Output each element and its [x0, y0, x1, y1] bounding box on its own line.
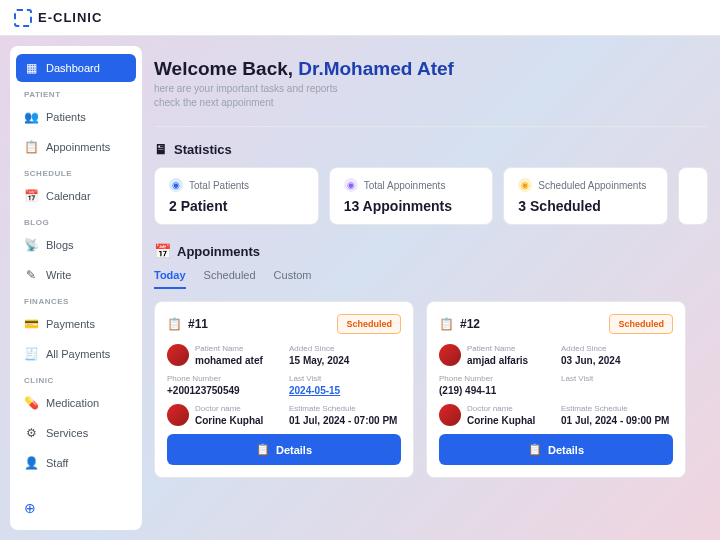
- pencil-icon: ✎: [24, 268, 38, 282]
- stat-scheduled-appointments: ◉Scheduled Appoinments 3 Scheduled: [503, 167, 668, 225]
- appointment-tabs: Today Scheduled Custom: [154, 269, 708, 289]
- topbar: E-CLINIC: [0, 0, 720, 36]
- stat-total-appointments: ◉Total Appoinments 13 Appoinments: [329, 167, 494, 225]
- welcome-title: Welcome Back, Dr.Mohamed Atef: [154, 58, 708, 80]
- users-icon: 👥: [24, 110, 38, 124]
- logo-icon: [14, 9, 32, 27]
- brand-logo: E-CLINIC: [14, 9, 102, 27]
- grid-icon: ▦: [24, 61, 38, 75]
- stat-medication: [678, 167, 708, 225]
- gear-icon: ⚙: [24, 426, 38, 440]
- welcome-subtitle: here are your important tasks and report…: [154, 82, 708, 110]
- last-visit-link[interactable]: 2024-05-15: [289, 385, 401, 396]
- statistics-header: 🖥 Statistics: [154, 141, 708, 157]
- clipboard-icon: 📋: [24, 140, 38, 154]
- appointments-header: 📅 Appoinments: [154, 243, 708, 259]
- tab-today[interactable]: Today: [154, 269, 186, 289]
- calendar-icon: 📅: [154, 243, 171, 259]
- tab-scheduled[interactable]: Scheduled: [204, 269, 256, 289]
- appointments-list: 📋#11 Scheduled Patient Namemohamed atef …: [154, 301, 708, 478]
- dot-icon: ◉: [518, 178, 532, 192]
- clipboard-icon: 📋: [256, 443, 270, 456]
- sidebar-section-finances: FINANCES: [16, 291, 136, 308]
- team-icon: 👤: [24, 456, 38, 470]
- stat-total-patients: ◉Total Patients 2 Patient: [154, 167, 319, 225]
- collapse-sidebar-button[interactable]: ⊕: [16, 494, 136, 522]
- details-button[interactable]: 📋Details: [439, 434, 673, 465]
- sidebar-item-dashboard[interactable]: ▦ Dashboard: [16, 54, 136, 82]
- pill-icon: 💊: [24, 396, 38, 410]
- clipboard-icon: 📋: [528, 443, 542, 456]
- tab-custom[interactable]: Custom: [274, 269, 312, 289]
- doctor-avatar: [439, 404, 461, 426]
- sidebar-item-calendar[interactable]: 📅 Calendar: [16, 182, 136, 210]
- sidebar-item-all-payments[interactable]: 🧾 All Payments: [16, 340, 136, 368]
- status-badge: Scheduled: [609, 314, 673, 334]
- stats-icon: 🖥: [154, 141, 168, 157]
- appointment-id: 📋#11: [167, 317, 208, 331]
- arrow-left-icon: ⊕: [24, 500, 36, 516]
- divider: [154, 126, 708, 127]
- sidebar-item-payments[interactable]: 💳 Payments: [16, 310, 136, 338]
- appointment-card: 📋#12 Scheduled Patient Nameamjad alfaris…: [426, 301, 686, 478]
- sidebar-section-schedule: SCHEDULE: [16, 163, 136, 180]
- pill-icon: [691, 192, 696, 201]
- doctor-avatar: [167, 404, 189, 426]
- sidebar-item-services[interactable]: ⚙ Services: [16, 419, 136, 447]
- sidebar-item-appointments[interactable]: 📋 Appoinments: [16, 133, 136, 161]
- appointment-id: 📋#12: [439, 317, 480, 331]
- sidebar-section-clinic: CLINIC: [16, 370, 136, 387]
- sidebar-item-medication[interactable]: 💊 Medication: [16, 389, 136, 417]
- sidebar-item-write[interactable]: ✎ Write: [16, 261, 136, 289]
- rss-icon: 📡: [24, 238, 38, 252]
- sidebar-item-patients[interactable]: 👥 Patients: [16, 103, 136, 131]
- sidebar: ▦ Dashboard PATIENT 👥 Patients 📋 Appoinm…: [10, 46, 142, 530]
- sidebar-item-blogs[interactable]: 📡 Blogs: [16, 231, 136, 259]
- appointment-card: 📋#11 Scheduled Patient Namemohamed atef …: [154, 301, 414, 478]
- wallet-icon: 💳: [24, 317, 38, 331]
- sidebar-section-patient: PATIENT: [16, 84, 136, 101]
- receipt-icon: 🧾: [24, 347, 38, 361]
- dot-icon: ◉: [344, 178, 358, 192]
- patient-avatar: [439, 344, 461, 366]
- stats-row: ◉Total Patients 2 Patient ◉Total Appoinm…: [154, 167, 708, 225]
- brand-name: E-CLINIC: [38, 10, 102, 25]
- dot-icon: ◉: [169, 178, 183, 192]
- sidebar-item-staff[interactable]: 👤 Staff: [16, 449, 136, 477]
- welcome-block: Welcome Back, Dr.Mohamed Atef here are y…: [154, 50, 708, 120]
- calendar-icon: 📅: [24, 189, 38, 203]
- details-button[interactable]: 📋Details: [167, 434, 401, 465]
- patient-avatar: [167, 344, 189, 366]
- clipboard-icon: 📋: [167, 317, 182, 331]
- status-badge: Scheduled: [337, 314, 401, 334]
- sidebar-section-blog: BLOG: [16, 212, 136, 229]
- clipboard-icon: 📋: [439, 317, 454, 331]
- main-content: Welcome Back, Dr.Mohamed Atef here are y…: [152, 46, 710, 530]
